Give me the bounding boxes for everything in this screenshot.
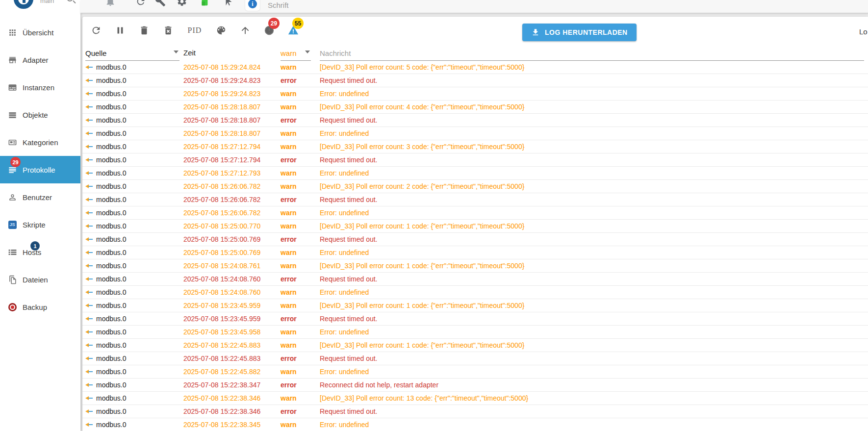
- sidebar-label: Benutzer: [23, 193, 52, 202]
- log-row: modbus.0 2025-07-08 15:28:18.807 warn [D…: [82, 101, 868, 114]
- sidebar-item-objekte[interactable]: Objekte: [0, 101, 80, 128]
- sidebar-list: Übersicht Adapter Instanzen Objekte Kate…: [0, 19, 80, 321]
- log-severity: warn: [281, 182, 320, 190]
- sidebar-item-kategorien[interactable]: Kategorien: [0, 128, 80, 156]
- log-time: 2025-07-08 15:27:12.794: [183, 156, 281, 164]
- wrench-icon[interactable]: [155, 0, 166, 7]
- log-row: modbus.0 2025-07-08 15:28:18.807 warn Er…: [82, 127, 868, 140]
- app-bar-left: main: [0, 0, 80, 13]
- log-source-cell: modbus.0: [85, 368, 183, 376]
- sidebar: Übersicht Adapter Instanzen Objekte Kate…: [0, 13, 80, 431]
- app-bar-strip: i Schrift: [80, 0, 868, 13]
- log-row: modbus.0 2025-07-08 15:27:12.794 warn [D…: [82, 140, 868, 153]
- sidebar-item-skripte[interactable]: JS Skripte: [0, 211, 80, 238]
- modbus-adapter-icon: [85, 356, 93, 361]
- log-time: 2025-07-08 15:23:45.959: [183, 302, 281, 309]
- log-severity: warn: [281, 63, 320, 71]
- log-message: Request timed out.: [320, 235, 868, 243]
- log-source-cell: modbus.0: [85, 288, 183, 296]
- search-icon[interactable]: [67, 0, 73, 1]
- log-severity: warn: [281, 302, 320, 309]
- log-severity: warn: [281, 328, 320, 336]
- log-time: 2025-07-08 15:28:18.807: [183, 129, 281, 137]
- notifications-bell-icon[interactable]: [105, 0, 116, 7]
- message-filter-input[interactable]: [320, 46, 864, 61]
- log-message: [DevID_33] Poll error count: 1 code: {"e…: [320, 341, 868, 349]
- files-icon: [7, 275, 17, 284]
- time-column-header: Zeit: [183, 49, 281, 61]
- download-log-button[interactable]: LOG HERUNTERLADEN: [522, 24, 637, 41]
- log-message: [DevID_33] Poll error count: 2 code: {"e…: [320, 182, 868, 190]
- modbus-adapter-icon: [85, 237, 93, 242]
- source-filter-select[interactable]: Quelle: [85, 46, 179, 61]
- sidebar-item-benutzer[interactable]: Benutzer: [0, 183, 80, 211]
- log-source-cell: modbus.0: [85, 196, 183, 203]
- sidebar-item-backup[interactable]: Backup: [0, 293, 80, 321]
- log-message: Request timed out.: [320, 315, 868, 323]
- log-severity: warn: [281, 249, 320, 256]
- log-source-cell: modbus.0: [85, 235, 183, 243]
- show-pid-toggle[interactable]: PID: [186, 25, 203, 36]
- log-severity: warn: [281, 209, 320, 217]
- log-severity: warn: [281, 103, 320, 111]
- sidebar-item-dateien[interactable]: Dateien: [0, 266, 80, 293]
- modbus-adapter-icon: [85, 78, 93, 83]
- log-source-cell: modbus.0: [85, 407, 183, 415]
- log-source-cell: modbus.0: [85, 103, 183, 111]
- log-source: modbus.0: [96, 315, 126, 323]
- log-toolbar: PID 29 55 LOG HERUNTERLADEN Lo: [82, 20, 868, 41]
- colorize-palette-button[interactable]: [215, 25, 227, 36]
- refresh-icon[interactable]: [135, 0, 146, 7]
- refresh-logs-button[interactable]: [90, 25, 102, 36]
- clear-log-on-disk-button[interactable]: [162, 25, 174, 36]
- sidebar-item-adapter[interactable]: Adapter: [0, 46, 80, 74]
- modbus-adapter-icon: [85, 409, 93, 414]
- log-time: 2025-07-08 15:29:24.823: [183, 90, 281, 98]
- modbus-adapter-icon: [85, 343, 93, 348]
- log-severity: warn: [281, 288, 320, 296]
- modbus-adapter-icon: [85, 144, 93, 149]
- modbus-adapter-icon: [85, 171, 93, 176]
- log-row: modbus.0 2025-07-08 15:25:00.770 warn [D…: [82, 220, 868, 233]
- log-source-cell: modbus.0: [85, 76, 183, 84]
- clear-log-button[interactable]: [138, 25, 150, 36]
- expert-mode-icon[interactable]: [224, 0, 234, 7]
- download-icon: [531, 28, 540, 37]
- log-source: modbus.0: [96, 355, 126, 362]
- log-source: modbus.0: [96, 275, 126, 283]
- log-source: modbus.0: [96, 182, 126, 190]
- severity-filter-select[interactable]: warn: [281, 46, 311, 61]
- sidebar-item-protokolle[interactable]: 29 Protokolle: [0, 156, 80, 183]
- log-row: modbus.0 2025-07-08 15:29:24.823 error R…: [82, 74, 868, 87]
- scroll-to-top-button[interactable]: [239, 25, 251, 36]
- settings-gear-icon[interactable]: [177, 0, 187, 7]
- log-severity: warn: [281, 421, 320, 429]
- sidebar-item-uebersicht[interactable]: Übersicht: [0, 19, 80, 46]
- log-message: [DevID_33] Poll error count: 3 code: {"e…: [320, 143, 868, 151]
- modbus-adapter-icon: [85, 104, 93, 109]
- log-row: modbus.0 2025-07-08 15:29:24.823 warn Er…: [82, 87, 868, 101]
- info-icon[interactable]: i: [245, 0, 260, 11]
- log-message: [DevID_33] Poll error count: 5 code: {"e…: [320, 63, 868, 71]
- log-severity: error: [281, 407, 320, 415]
- log-source-cell: modbus.0: [85, 302, 183, 309]
- log-message: Request timed out.: [320, 76, 868, 84]
- log-source-cell: modbus.0: [85, 341, 183, 349]
- sidebar-item-hosts[interactable]: 1 Dateien Hosts: [0, 238, 80, 266]
- log-message: Request timed out.: [320, 196, 868, 203]
- sidebar-label: Kategorien: [23, 138, 58, 147]
- log-source-cell: modbus.0: [85, 262, 183, 270]
- modbus-adapter-icon: [85, 263, 93, 268]
- log-time: 2025-07-08 15:22:45.882: [183, 368, 281, 376]
- log-message: Error: undefined: [320, 129, 868, 137]
- pause-logs-button[interactable]: [114, 25, 126, 36]
- log-time: 2025-07-08 15:25:00.770: [183, 222, 281, 230]
- chevron-down-icon: [305, 51, 310, 53]
- sidebar-item-instanzen[interactable]: Instanzen: [0, 74, 80, 101]
- log-time: 2025-07-08 15:26:06.782: [183, 209, 281, 217]
- log-message: [DevID_33] Poll error count: 1 code: {"e…: [320, 222, 868, 230]
- log-row: modbus.0 2025-07-08 15:24:08.760 error R…: [82, 273, 868, 286]
- log-severity: warn: [281, 394, 320, 402]
- log-message: Error: undefined: [320, 328, 868, 336]
- host-status-icon[interactable]: [199, 0, 210, 7]
